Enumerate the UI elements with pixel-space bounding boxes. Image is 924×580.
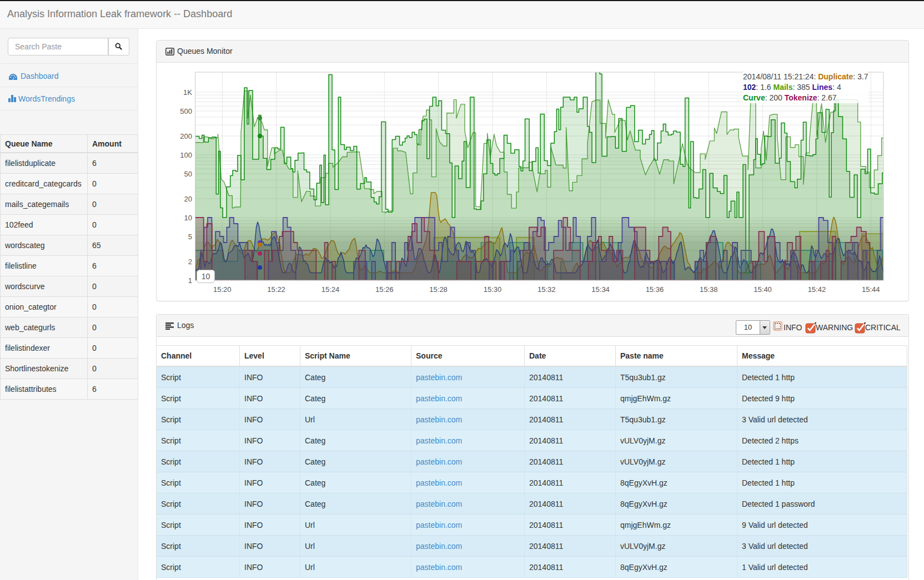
svg-text:15:42: 15:42 [808, 285, 826, 294]
svg-text:500: 500 [180, 107, 192, 115]
svg-text:15:20: 15:20 [213, 285, 232, 294]
svg-text:20: 20 [184, 195, 192, 203]
svg-text:15:36: 15:36 [646, 285, 664, 294]
svg-text:1K: 1K [183, 88, 192, 97]
svg-text:100: 100 [180, 151, 192, 159]
svg-text:15:40: 15:40 [754, 285, 772, 294]
svg-text:50: 50 [184, 170, 192, 178]
svg-text:15:28: 15:28 [429, 285, 448, 294]
svg-text:15:26: 15:26 [375, 285, 394, 294]
svg-text:15:24: 15:24 [322, 285, 340, 294]
svg-text:15:22: 15:22 [267, 285, 285, 294]
svg-text:15:30: 15:30 [484, 285, 502, 294]
svg-text:10: 10 [184, 214, 192, 222]
svg-text:15:34: 15:34 [591, 285, 610, 294]
svg-text:15:32: 15:32 [538, 285, 556, 294]
svg-text:1: 1 [188, 276, 192, 285]
svg-text:5: 5 [188, 233, 192, 241]
svg-text:15:44: 15:44 [862, 285, 880, 294]
svg-text:2: 2 [188, 258, 192, 266]
svg-text:15:38: 15:38 [700, 285, 718, 294]
svg-text:200: 200 [180, 132, 192, 140]
